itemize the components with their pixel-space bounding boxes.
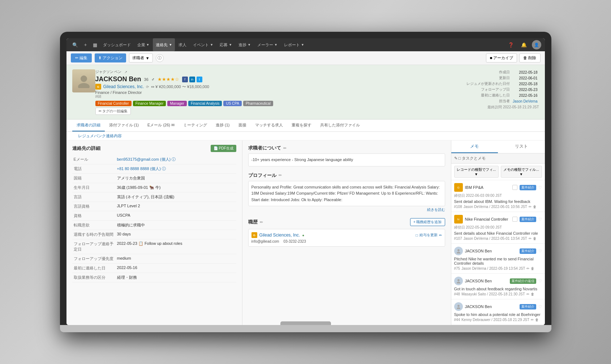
nav-company[interactable]: 企業 ▼ [134,38,152,51]
tags-row: Financial ControllerFinance ManagerManag… [95,101,445,106]
edit-memo-icon[interactable]: ✏ [531,318,534,322]
delete-memo-icon[interactable]: 🗑 [533,205,537,209]
pdf-button[interactable]: 📄 PDF生成 [211,145,236,152]
memo-name: Nike Financial Controller [465,217,510,221]
filter-record-type[interactable]: レコードの種類でフィ... ▼ [454,166,499,178]
field-label: 言語 [72,192,116,202]
edit-memo-icon[interactable]: ✏ [529,237,532,240]
contact-details-title: 連絡先の詳細 [72,145,100,152]
field-label: 取扱業務等の区分 [72,273,116,282]
memo-heart-icon[interactable]: ♡ [538,249,542,254]
tab-8[interactable]: 共有した添付ファイル [316,120,364,131]
nav-events[interactable]: イベント ▼ [190,38,216,51]
read-more-link[interactable]: 続きを読む [248,207,445,212]
table-row: 国籍アメリカ合衆国 [72,174,236,183]
memo-heart-icon[interactable]: ♡ [538,304,542,309]
work-edit-button[interactable]: ✏ [439,233,442,238]
work-history-section: 職歴 ✏ + 職務経歴を追加 G Gilead Sciences, Inc. ●… [248,218,445,247]
right-tab-メモ[interactable]: メモ [451,140,498,153]
memo-heart-icon[interactable]: ♡ [538,185,542,190]
nav-reports[interactable]: レポート ▼ [281,38,307,51]
user-avatar[interactable]: 👤 [532,40,541,49]
memo-id: #48 [454,292,460,296]
memo-meta: #44Kenny Debrauwer / 2022-05-18 21:29 JS… [454,318,542,322]
nav-progress[interactable]: 進捗 ▼ [236,38,254,51]
tab-2[interactable]: Eメール (26) ✉ [143,120,179,131]
edit-button[interactable]: ✏ 編集 [71,53,92,62]
filter-memo-type[interactable]: メモの種類でフィル... ▼ [501,166,542,178]
profile-edit-icon[interactable]: ✏ [279,173,282,178]
memo-text: Pitched Nike he wanted me to send Financ… [454,257,542,265]
tab-4[interactable]: 進捗 (1) [211,120,234,131]
profile-dates: 作成日2022-05-18 更新日2022-06-01 レジュメが更新された日付… [445,69,539,110]
work-box-button[interactable]: □ [416,233,418,238]
tag-us-cpa: US CPA [223,101,242,106]
field-value: JLPT Level 2 [116,202,236,211]
nav-contacts[interactable]: 連絡先 ▼ [153,38,175,51]
bell-icon[interactable]: 🔔 [519,42,529,48]
memo-checkbox[interactable] [512,185,517,190]
action-button[interactable]: ⬆ アクション [95,53,126,62]
social-icons: f in t [182,77,202,82]
delete-memo-icon[interactable]: 🗑 [531,266,534,270]
memo-text: Got in touch about feedback regarding No… [454,287,542,291]
facebook-icon[interactable]: f [182,77,188,82]
right-tab-リスト[interactable]: リスト [498,140,545,153]
type-select[interactable]: 求職者 ▼ [129,53,153,62]
nav-mailer[interactable]: メーラー ▼ [254,38,280,51]
edit-memo-icon[interactable]: ✏ [526,266,529,270]
add-work-button[interactable]: + 職務経歴を追加 [410,218,445,226]
memo-avatar [454,302,463,311]
tag-financial-controller: Financial Controller [95,101,132,106]
company-name[interactable]: Gilead Sciences, Inc. [103,84,144,89]
right-panel: メモリスト ✎ □ タスクとメモ レコードの種類でフィ... ▼ メモの種類でフ… [451,140,545,325]
about-edit-icon[interactable]: ✏ [283,146,287,151]
memo-heart-icon[interactable]: ♡ [538,279,542,283]
left-panel: 連絡先の詳細 📄 PDF生成 Eメールben953175@gmail.com (… [66,140,242,325]
edit-memo-icon[interactable]: ✏ [529,205,532,209]
tab-1[interactable]: 添付ファイル (1) [105,120,143,131]
grid-icon[interactable]: ▦ [91,42,99,48]
assignee-link[interactable]: Jason DeVerna [513,99,537,103]
info-button[interactable]: ⓘ [156,54,164,62]
edit-name-icon[interactable]: ↗ [124,70,127,74]
nav-jobs[interactable]: 求人 [176,38,189,51]
memo-checkbox[interactable] [512,217,517,222]
sub-tab-resume[interactable]: レジュメバンク連絡内容 [72,132,128,139]
delete-button[interactable]: 🗑 削除 [519,53,540,62]
field-label: 言語資格 [72,202,116,211]
nav-applications[interactable]: 応募 ▼ [217,38,235,51]
memo-meta-text: Kenny Debrauwer / 2022-05-18 21:29 JST [461,318,529,322]
linkedin-icon[interactable]: in [189,77,195,82]
memo-item: JACKSON Ben案件紹介♡Pitched Nike he wanted m… [451,244,545,274]
memo-heart-icon[interactable]: ♡ [538,217,542,222]
field-value: アメリカ合衆国 [116,174,236,183]
field-label: 電話 [72,164,116,174]
tab-5[interactable]: 面接 [234,120,251,131]
help-icon[interactable]: ❓ [506,42,516,48]
tab-6[interactable]: マッチする求人 [251,120,287,131]
memo-list: GIBM FP&A案件紹介♡締切日 2022-06-03 09:00 JSTSe… [451,180,545,325]
archive-button[interactable]: ■ アーカイブ [486,53,517,62]
twitter-icon[interactable]: t [197,77,202,82]
tab-0[interactable]: 求職者の詳細 [72,120,105,131]
work-history-edit-icon[interactable]: ✏ [260,220,263,225]
memo-due: 締切日 2022-06-03 09:00 JST [454,193,542,198]
tag-edit-button[interactable]: ✏ タグの一括編集 [95,108,131,115]
search-icon[interactable]: 🔍 [70,42,80,48]
memo-toolbar: ✎ □ タスクとメモ [451,153,545,164]
nav-dashboard[interactable]: ダッシュボード [100,38,134,51]
tab-3[interactable]: ミーティング [179,120,211,131]
tab-7[interactable]: 重複を探す [287,120,316,131]
work-active-icon: ● [302,233,304,237]
salary-info: ⇔ ¥ ¥20,000,000 〜 ¥18,000,000 [151,84,209,90]
delete-memo-icon[interactable]: 🗑 [535,318,539,322]
work-salary-button[interactable]: 給与を更新 [419,233,438,238]
delete-memo-icon[interactable]: 🗑 [531,292,534,296]
edit-memo-icon[interactable]: ✏ [526,292,529,296]
table-row: Eメールben953175@gmail.com (個人) ⓘ [72,155,236,164]
delete-memo-icon[interactable]: 🗑 [533,237,537,240]
memo-badge: 案件紹介の返信 [510,278,536,284]
field-value: 英語 (ネイティブ), 日本語 (流暢) [116,192,236,202]
add-icon[interactable]: ＋ [81,42,90,48]
